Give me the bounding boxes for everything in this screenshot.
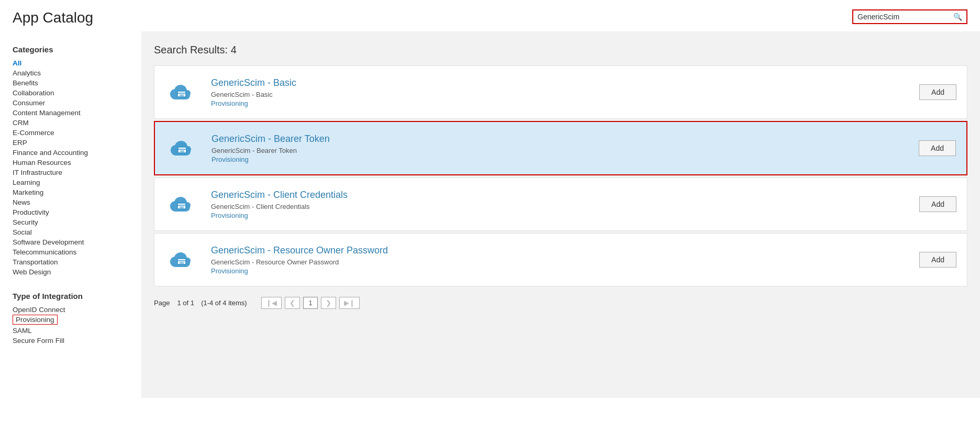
pagination: Page 1 of 1 (1-4 of 4 items) ❙◀ ❮ 1 ❯ ▶❙: [154, 297, 967, 309]
sidebar-item-content-management[interactable]: Content Management: [13, 108, 129, 118]
main-layout: Categories All Analytics Benefits Collab…: [0, 31, 980, 398]
app-type-3: Provisioning: [211, 212, 911, 219]
app-subtitle-4: GenericScim - Resource Owner Password: [211, 258, 911, 266]
sidebar-item-transportation[interactable]: Transportation: [13, 257, 129, 267]
sidebar-item-marketing[interactable]: Marketing: [13, 187, 129, 197]
sidebar-item-productivity[interactable]: Productivity: [13, 207, 129, 217]
add-button-1[interactable]: Add: [919, 84, 956, 100]
search-box[interactable]: 🔍: [852, 9, 967, 24]
page-title: App Catalog: [13, 9, 93, 26]
app-subtitle-3: GenericScim - Client Credentials: [211, 203, 911, 210]
app-info-3: GenericScim - Client Credentials Generic…: [211, 190, 911, 219]
content-area: Search Results: 4 GenericScim - Basic Ge…: [141, 31, 980, 398]
app-type-1: Provisioning: [211, 99, 911, 107]
svg-rect-8: [180, 206, 184, 208]
pagination-page-label: Page: [154, 299, 170, 307]
app-icon-3: [165, 187, 198, 221]
svg-rect-2: [180, 94, 184, 96]
sidebar-item-social[interactable]: Social: [13, 227, 129, 237]
svg-rect-5: [180, 150, 184, 152]
app-subtitle-1: GenericScim - Basic: [211, 91, 911, 98]
sidebar-item-news[interactable]: News: [13, 197, 129, 207]
integration-form-fill[interactable]: Secure Form Fill: [13, 336, 129, 346]
pagination-page-1-btn[interactable]: 1: [303, 297, 318, 309]
pagination-first-btn[interactable]: ❙◀: [261, 297, 282, 309]
sidebar-item-hr[interactable]: Human Resources: [13, 158, 129, 168]
app-icon-2: [165, 131, 199, 165]
sidebar-item-ecommerce[interactable]: E-Commerce: [13, 128, 129, 138]
pagination-next-btn[interactable]: ❯: [321, 297, 336, 309]
app-name-1: GenericScim - Basic: [211, 77, 911, 88]
sidebar-item-all[interactable]: All: [13, 58, 129, 68]
category-list: All Analytics Benefits Collaboration Con…: [13, 58, 129, 277]
sidebar-item-collaboration[interactable]: Collaboration: [13, 88, 129, 98]
sidebar-item-analytics[interactable]: Analytics: [13, 68, 129, 78]
result-card-1: GenericScim - Basic GenericScim - Basic …: [154, 65, 967, 119]
add-button-4[interactable]: Add: [919, 252, 956, 268]
integration-label: Type of Integration: [13, 292, 129, 301]
result-card-2: GenericScim - Bearer Token GenericScim -…: [154, 121, 967, 175]
sidebar-item-learning[interactable]: Learning: [13, 177, 129, 187]
sidebar-item-software-dev[interactable]: Software Development: [13, 237, 129, 247]
pagination-of: 1 of 1: [177, 299, 194, 307]
sidebar: Categories All Analytics Benefits Collab…: [0, 31, 141, 398]
integration-openid[interactable]: OpenID Connect: [13, 305, 129, 315]
app-type-4: Provisioning: [211, 267, 911, 275]
integration-list: OpenID Connect Provisioning SAML Secure …: [13, 305, 129, 346]
result-card-3: GenericScim - Client Credentials Generic…: [154, 177, 967, 231]
search-input[interactable]: [858, 13, 951, 21]
integration-saml[interactable]: SAML: [13, 326, 129, 336]
app-name-4: GenericScim - Resource Owner Password: [211, 245, 911, 256]
app-icon-4: [165, 243, 198, 276]
result-card-4: GenericScim - Resource Owner Password Ge…: [154, 233, 967, 286]
categories-label: Categories: [13, 45, 129, 54]
pagination-last-btn[interactable]: ▶❙: [339, 297, 360, 309]
app-info-4: GenericScim - Resource Owner Password Ge…: [211, 245, 911, 275]
sidebar-item-web-design[interactable]: Web Design: [13, 267, 129, 277]
sidebar-item-crm[interactable]: CRM: [13, 118, 129, 128]
app-info-2: GenericScim - Bearer Token GenericScim -…: [211, 134, 910, 163]
search-icon: 🔍: [953, 13, 962, 21]
page-header: App Catalog 🔍: [0, 0, 980, 31]
add-button-3[interactable]: Add: [919, 196, 956, 212]
app-subtitle-2: GenericScim - Bearer Token: [211, 147, 910, 154]
pagination-prev-btn[interactable]: ❮: [285, 297, 300, 309]
sidebar-item-consumer[interactable]: Consumer: [13, 98, 129, 108]
app-icon-1: [165, 75, 198, 109]
add-button-2[interactable]: Add: [919, 140, 956, 156]
integration-provisioning[interactable]: Provisioning: [13, 315, 58, 325]
app-name-3: GenericScim - Client Credentials: [211, 190, 911, 201]
search-results-header: Search Results: 4: [154, 44, 967, 56]
sidebar-item-security[interactable]: Security: [13, 217, 129, 227]
app-info-1: GenericScim - Basic GenericScim - Basic …: [211, 77, 911, 107]
sidebar-item-it[interactable]: IT Infrastructure: [13, 168, 129, 177]
sidebar-item-benefits[interactable]: Benefits: [13, 78, 129, 88]
sidebar-item-erp[interactable]: ERP: [13, 138, 129, 148]
pagination-items: (1-4 of 4 items): [197, 299, 247, 307]
sidebar-item-finance[interactable]: Finance and Accounting: [13, 148, 129, 158]
app-type-2: Provisioning: [211, 156, 910, 163]
app-name-2: GenericScim - Bearer Token: [211, 134, 910, 145]
svg-rect-11: [180, 262, 184, 264]
sidebar-item-telecom[interactable]: Telecommunications: [13, 247, 129, 257]
